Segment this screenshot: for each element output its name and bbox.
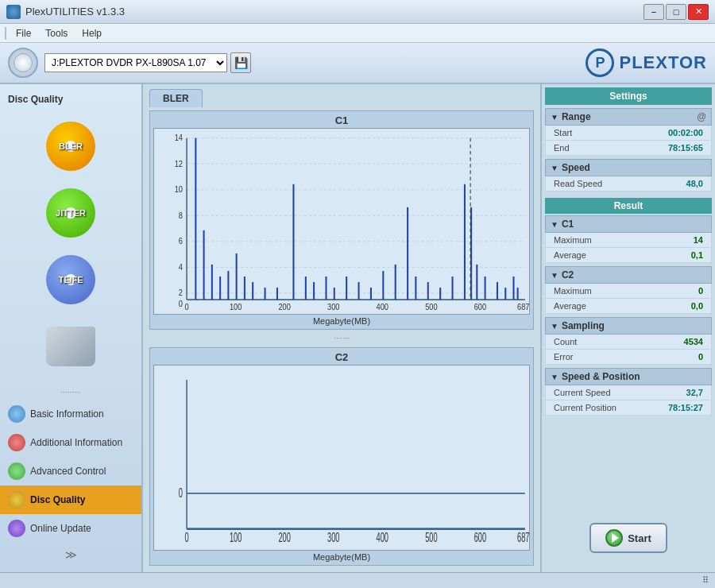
svg-rect-48	[439, 288, 441, 300]
additional-info-label: Additional Information	[30, 437, 122, 448]
current-speed-label: Current Speed	[554, 388, 611, 397]
sidebar-item-online[interactable]: Online Update	[0, 514, 141, 543]
speed-pos-header[interactable]: ▼ Speed & Position	[545, 368, 712, 385]
c1-result-header[interactable]: ▼ C1	[545, 215, 712, 233]
c2-max-row: Maximum 0	[545, 284, 712, 299]
sampling-section: ▼ Sampling Count 4534 Error 0	[545, 317, 712, 365]
svg-text:8: 8	[179, 211, 184, 220]
expand-button[interactable]: ≫	[65, 548, 77, 561]
close-button[interactable]: ✕	[688, 4, 709, 20]
bler-button[interactable]: BLER	[31, 114, 110, 178]
svg-text:600: 600	[474, 530, 486, 544]
charts-container: C1 14	[143, 107, 540, 572]
c2-max-value: 0	[698, 286, 703, 296]
svg-rect-31	[244, 277, 245, 300]
range-end-label: End	[554, 143, 570, 153]
speed-pos-section: ▼ Speed & Position Current Speed 32,7 Cu…	[545, 368, 712, 416]
c1-result-section: ▼ C1 Maximum 14 Average 0,1	[545, 215, 712, 263]
c1-avg-row: Average 0,1	[545, 248, 712, 263]
save-button[interactable]: 💾	[230, 52, 251, 73]
svg-text:500: 500	[425, 302, 438, 311]
sidebar-disc-icons: BLER JITTER TE/FE	[0, 108, 141, 385]
menu-tools[interactable]: Tools	[39, 26, 74, 41]
c2-chart: 0 0 100 200 300 400 500 600 687	[153, 365, 530, 551]
sidebar: Disc Quality BLER JITTER TE/FE	[0, 84, 143, 572]
svg-text:6: 6	[179, 237, 184, 246]
svg-rect-33	[265, 288, 266, 300]
tab-bler[interactable]: BLER	[149, 89, 203, 107]
svg-rect-37	[313, 282, 315, 300]
c2-result-header[interactable]: ▼ C2	[545, 266, 712, 284]
menu-file[interactable]: File	[10, 26, 37, 41]
read-speed-label: Read Speed	[554, 179, 602, 188]
result-header: Result	[545, 198, 712, 214]
c2-chart-box: C2 0 0 100 200 300	[149, 347, 534, 567]
speed-label: Speed	[562, 162, 590, 173]
svg-rect-39	[334, 288, 335, 300]
jitter-button[interactable]: JITTER	[31, 181, 110, 245]
error-row: Error 0	[545, 350, 712, 365]
sidebar-item-advanced[interactable]: Advanced Control	[0, 457, 141, 485]
error-value: 0	[698, 352, 703, 362]
c2-result-label: C2	[562, 269, 574, 280]
svg-text:2: 2	[179, 288, 183, 298]
sampling-header[interactable]: ▼ Sampling	[545, 317, 712, 335]
svg-rect-55	[512, 277, 514, 300]
svg-rect-51	[476, 265, 477, 300]
svg-rect-44	[395, 265, 396, 300]
svg-rect-53	[497, 282, 498, 300]
svg-text:14: 14	[175, 133, 184, 143]
tefe-disc: TE/FE	[46, 255, 95, 304]
svg-text:10: 10	[175, 185, 184, 195]
sidebar-item-disc[interactable]: Disc Quality	[0, 485, 141, 514]
c1-avg-label: Average	[554, 250, 586, 260]
svg-text:400: 400	[377, 530, 388, 544]
basic-info-label: Basic Information	[30, 408, 104, 420]
speed-header[interactable]: ▼ Speed	[545, 159, 712, 176]
plextor-logo: P PLEXTOR	[586, 48, 707, 77]
range-at: @	[697, 111, 706, 122]
svg-text:0: 0	[184, 302, 189, 311]
svg-text:12: 12	[175, 159, 183, 168]
c1-chart: 14 12 10 8 6 4 2 0 0 100 200 300 400	[153, 128, 530, 315]
maximize-button[interactable]: □	[666, 4, 686, 20]
sidebar-nav: Basic Information Additional Information…	[0, 400, 141, 543]
c2-max-label: Maximum	[554, 286, 592, 296]
tefe-button[interactable]: TE/FE	[31, 248, 110, 311]
sidebar-item-additional[interactable]: Additional Information	[0, 428, 141, 457]
basic-info-icon	[8, 405, 25, 423]
disc-quality-nav-icon	[8, 491, 25, 509]
plextor-text: PLEXTOR	[619, 52, 707, 73]
collapse-icon-speedpos: ▼	[551, 373, 558, 381]
sidebar-item-basic[interactable]: Basic Information	[0, 400, 141, 428]
current-pos-value: 78:15:27	[668, 403, 703, 412]
svg-text:200: 200	[278, 530, 290, 544]
svg-rect-50	[464, 184, 466, 300]
save-icon: 💾	[234, 56, 248, 69]
c1-max-row: Maximum 14	[545, 233, 712, 248]
svg-rect-29	[227, 271, 229, 300]
svg-rect-47	[427, 282, 429, 300]
drive-icon-inner	[14, 53, 33, 72]
svg-text:100: 100	[230, 530, 242, 544]
drive-select[interactable]: J:PLEXTOR DVDR PX-L890SA 1.07	[44, 53, 227, 72]
play-triangle	[612, 533, 619, 543]
range-header[interactable]: ▼ Range @	[545, 108, 712, 126]
count-label: Count	[554, 337, 577, 346]
svg-rect-57	[470, 207, 472, 300]
c2-avg-label: Average	[554, 301, 586, 311]
menu-help[interactable]: Help	[75, 26, 108, 41]
c1-max-label: Maximum	[554, 235, 592, 245]
range-end-value: 78:15:65	[668, 143, 703, 153]
svg-text:0: 0	[179, 485, 183, 500]
svg-rect-26	[203, 230, 205, 300]
svg-rect-36	[305, 277, 307, 300]
collapse-icon-c2: ▼	[551, 271, 558, 280]
svg-rect-28	[219, 277, 221, 300]
scanner-button[interactable]	[31, 315, 110, 378]
range-end-row: End 78:15:65	[545, 141, 712, 156]
svg-rect-54	[504, 288, 506, 300]
start-button[interactable]: Start	[589, 523, 667, 553]
minimize-button[interactable]: −	[644, 4, 664, 20]
content-area: BLER C1	[143, 84, 540, 572]
